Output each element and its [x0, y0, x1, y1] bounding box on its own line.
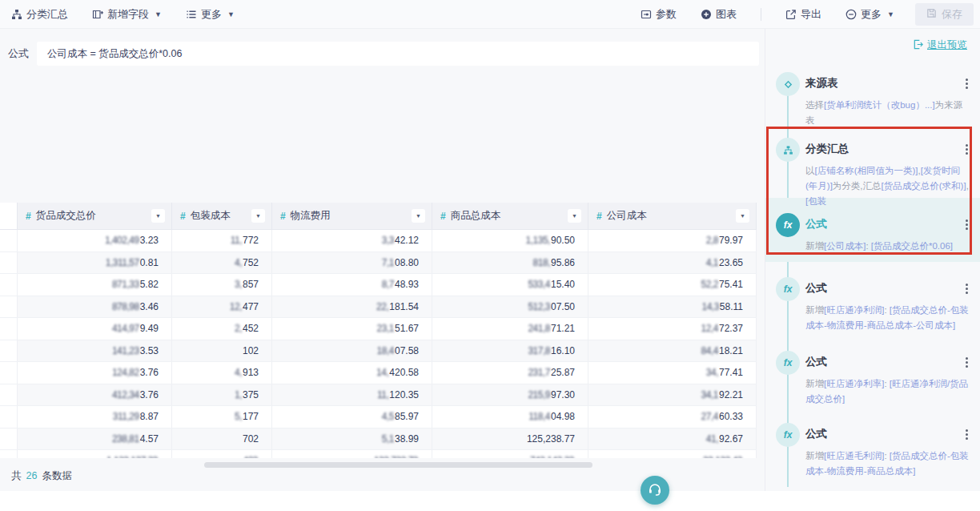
kebab-menu-icon[interactable] [964, 218, 970, 231]
table-header-row: # 货品成交总价 ▼ # 包装成本 ▼ # 物流费用 ▼ # 商品总成本 ▼ # [0, 203, 757, 230]
fx-icon: fx [776, 423, 800, 447]
table-header-cell[interactable]: # 商品总成本 ▼ [432, 203, 588, 229]
step-summarize[interactable]: 分类汇总 以[店铺名称(相同值为一类)],[发货时间(年月)]为分类,汇总[货品… [765, 139, 980, 209]
table-cell: 871,335.82 [18, 274, 172, 296]
fx-icon: fx [776, 351, 800, 375]
table-cell: 311,298.87 [18, 406, 172, 428]
add-field-label: 新增字段 [107, 7, 149, 22]
table-cell: 5,177 [172, 406, 272, 428]
table-cell: 403 [172, 450, 272, 458]
table-cell-cut [0, 230, 18, 251]
table-cell: 141,233.53 [18, 340, 172, 362]
table-cell: 4,913 [172, 362, 272, 384]
table-cell: 23,151.67 [272, 318, 432, 340]
step-description: 新增[旺店通净利率]: [旺店通净利润/货品成交总价] [805, 376, 970, 407]
table-cell: 412,343.76 [18, 384, 172, 406]
table-cell: 818,95.86 [432, 252, 588, 274]
step-formula-net-margin[interactable]: fx 公式 新增[旺店通净利率]: [旺店通净利润/货品成交总价] [765, 352, 980, 407]
table-cell-cut [0, 362, 18, 384]
exit-preview-link[interactable]: 退出预览 [913, 38, 967, 52]
table-cell-cut [0, 296, 18, 318]
minus-circle-icon [845, 9, 857, 20]
table-cell: 3,857 [172, 274, 272, 296]
table-row: 871,335.823,8578,748.93533,415.4052,275.… [0, 274, 757, 296]
table-cell: 4,752 [172, 252, 272, 274]
horizontal-scrollbar[interactable] [204, 462, 592, 468]
table-row: 1,402,493.2311,7723,342.121,135,90.502,8… [0, 230, 757, 252]
table-cell: 14,420.58 [272, 362, 432, 384]
table-cell: 52,275.41 [588, 274, 757, 296]
step-formula-gross-profit[interactable]: fx 公式 新增[旺店通毛利润]: [货品成交总价-包装成本-物流费用-商品总成… [765, 424, 980, 479]
table-cell: 14,358.11 [588, 296, 757, 318]
formula-bar: 公式 [8, 42, 759, 66]
table-row: 1,311,570.814,7527,108.80818,95.864,123.… [0, 252, 757, 275]
table-header-cell[interactable]: # 物流费用 ▼ [272, 203, 432, 229]
more-left-label: 更多 [201, 7, 222, 22]
column-dropdown-icon[interactable]: ▼ [251, 209, 265, 223]
step-formula-net-profit[interactable]: fx 公式 新增[旺店通净利润]: [货品成交总价-包装成本-物流费用-商品总成… [765, 279, 980, 333]
preview-canvas: 公式 # 货品成交总价 ▼ # 包装成本 ▼ # 物流费用 ▼ # 商品总成本 [0, 29, 765, 491]
table-row: 311,298.875,1774,585.97118,404.9827,460.… [0, 406, 757, 429]
save-icon [926, 8, 937, 21]
table-cell-cut [0, 274, 18, 296]
table-cell: 317,816.10 [432, 340, 588, 362]
table-cell: 133,733.73 [272, 450, 432, 458]
save-button[interactable]: 保存 [915, 3, 974, 26]
step-formula-selected[interactable]: fx 公式 新增[公司成本]: [货品成交总价*0.06] [765, 215, 980, 254]
table-header-cell[interactable]: # 包装成本 ▼ [172, 203, 272, 229]
table-cell-cut [0, 252, 18, 274]
table-cell: 533,415.40 [432, 274, 588, 296]
table-cell: 215,997.30 [432, 384, 588, 406]
step-description: 新增[旺店通毛利润]: [货品成交总价-包装成本-物流费用-商品总成本] [805, 449, 970, 479]
bottom-whitespace [0, 491, 980, 511]
table-row: 141,233.5310218,407.58317,816.1084,418.2… [0, 340, 757, 363]
parameter-button[interactable]: 参数 [641, 7, 677, 22]
more-right-label: 更多 [861, 7, 882, 22]
kebab-menu-icon[interactable] [964, 77, 970, 91]
table-cell: 8,748.93 [272, 274, 432, 296]
kebab-menu-icon[interactable] [964, 428, 970, 441]
table-cell: 125,238.77 [432, 429, 588, 450]
table-cell: 878,983.46 [18, 296, 172, 318]
table-cell: 4,123.65 [588, 252, 757, 274]
more-left-button[interactable]: 更多 ▼ [186, 7, 235, 22]
step-description: 以[店铺名称(相同值为一类)],[发货时间(年月)]为分类,汇总[货品成交总价(… [805, 163, 970, 209]
more-right-button[interactable]: 更多 ▼ [845, 7, 894, 22]
column-dropdown-icon[interactable]: ▼ [412, 209, 425, 223]
numeric-hash-icon: # [26, 211, 31, 222]
kebab-menu-icon[interactable] [964, 356, 970, 369]
add-field-button[interactable]: 新增字段 ▼ [92, 7, 162, 22]
customer-service-button[interactable] [641, 476, 669, 505]
table-cell: 11,120.35 [272, 384, 432, 406]
table-cell: 1,123,137.33 [18, 450, 172, 458]
table-cell-cut [0, 450, 18, 458]
formula-input[interactable] [37, 42, 759, 66]
chart-button[interactable]: 图表 [701, 7, 737, 22]
column-dropdown-icon[interactable]: ▼ [568, 209, 581, 223]
step-source-table[interactable]: 来源表 选择[货单利润统计（改bug）...]为来源表 [765, 74, 980, 128]
exit-icon [913, 39, 923, 52]
save-label: 保存 [942, 7, 962, 22]
table-cell: 2,452 [172, 318, 272, 340]
column-dropdown-icon[interactable]: ▼ [736, 209, 749, 223]
summarize-button[interactable]: 分类汇总 [11, 7, 68, 22]
table-cell: 12,472.37 [588, 318, 757, 340]
table-cell: 12,477 [172, 296, 272, 318]
export-button[interactable]: 导出 [785, 7, 821, 22]
step-description: 选择[货单利润统计（改bug）...]为来源表 [805, 98, 970, 128]
table-cell-cut [0, 406, 18, 428]
column-dropdown-icon[interactable]: ▼ [151, 209, 165, 223]
table-header-cell[interactable]: # 货品成交总价 ▼ [18, 203, 172, 229]
pipeline-sidebar: 退出预览 来源表 选择[货单利润统计（改bug）...]为来源表 分类汇总 以[… [765, 29, 980, 491]
table-cell: 4,585.97 [272, 406, 432, 428]
kebab-menu-icon[interactable] [964, 143, 970, 156]
kebab-menu-icon[interactable] [964, 282, 970, 296]
table-header-cell-cut [0, 203, 18, 229]
row-count-status: 共26条数据 [11, 469, 72, 483]
row-count-value: 26 [26, 470, 38, 481]
chevron-down-icon: ▼ [227, 10, 235, 18]
chevron-down-icon: ▼ [155, 10, 162, 18]
table-row: 414,979.492,45223,151.67241,871.2112,472… [0, 318, 757, 340]
table-row: 124,823.764,91314,420.58231,725.8734,77.… [0, 362, 757, 384]
table-header-cell[interactable]: # 公司成本 ▼ [588, 203, 757, 229]
